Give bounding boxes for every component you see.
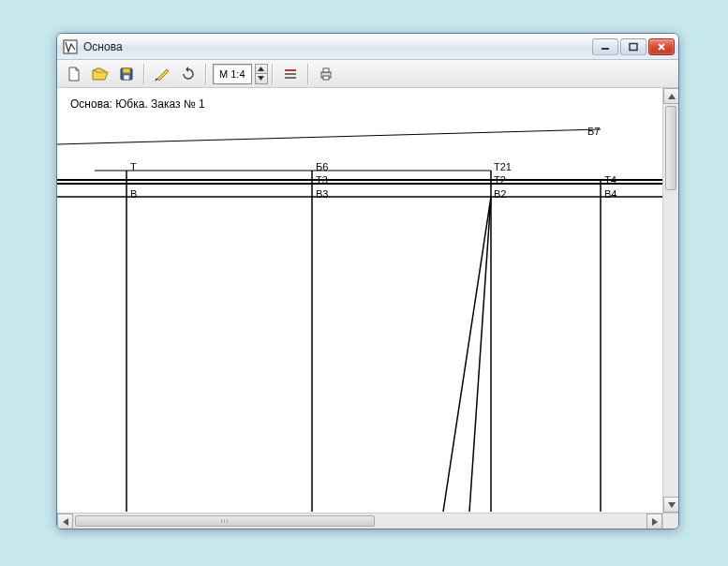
minimize-button[interactable] bbox=[592, 38, 618, 55]
save-button[interactable] bbox=[114, 63, 139, 85]
vscroll-thumb[interactable] bbox=[665, 106, 676, 190]
pattern-drawing bbox=[57, 88, 662, 512]
horizontal-scrollbar[interactable] bbox=[57, 513, 662, 529]
refresh-button[interactable] bbox=[176, 63, 201, 85]
app-window: Основа М bbox=[56, 33, 679, 529]
svg-rect-2 bbox=[630, 43, 637, 50]
titlebar[interactable]: Основа bbox=[57, 34, 678, 60]
label-t21: Т21 bbox=[494, 161, 512, 172]
scale-down-button[interactable] bbox=[255, 74, 268, 84]
print-button[interactable] bbox=[314, 63, 338, 85]
label-t3: Т3 bbox=[316, 174, 328, 186]
hscroll-track[interactable] bbox=[377, 514, 646, 529]
toolbar: М 1:4 bbox=[57, 60, 678, 88]
new-button[interactable] bbox=[62, 63, 86, 85]
content-area: Основа: Юбка. Заказ № 1 bbox=[57, 88, 678, 513]
app-icon bbox=[63, 39, 78, 54]
toolbar-separator bbox=[143, 64, 145, 84]
scale-spinner bbox=[255, 64, 268, 84]
scale-display[interactable]: М 1:4 bbox=[213, 64, 252, 84]
label-b7: Б7 bbox=[587, 126, 600, 137]
bottom-scroll-row bbox=[57, 513, 678, 529]
scroll-up-button[interactable] bbox=[663, 88, 678, 104]
brush-button[interactable] bbox=[150, 63, 174, 85]
close-button[interactable] bbox=[648, 38, 675, 55]
svg-rect-11 bbox=[323, 76, 329, 80]
scroll-right-button[interactable] bbox=[646, 514, 662, 529]
scroll-down-button[interactable] bbox=[663, 497, 678, 513]
label-t4: Т4 bbox=[604, 174, 617, 186]
svg-line-12 bbox=[57, 129, 601, 144]
label-v3: В3 bbox=[316, 188, 328, 200]
maximize-button[interactable] bbox=[620, 38, 646, 55]
layout-button[interactable] bbox=[278, 63, 303, 85]
drawing-canvas[interactable]: Основа: Юбка. Заказ № 1 bbox=[57, 88, 662, 513]
scale-up-button[interactable] bbox=[255, 64, 268, 74]
toolbar-separator bbox=[205, 64, 207, 84]
hscroll-thumb[interactable] bbox=[75, 515, 375, 527]
label-v4: В4 bbox=[604, 188, 617, 200]
scale-value: М 1:4 bbox=[219, 68, 245, 80]
window-title: Основа bbox=[83, 40, 592, 53]
label-t: Т bbox=[130, 161, 137, 172]
window-controls bbox=[592, 38, 675, 55]
label-v2: В2 bbox=[494, 188, 506, 200]
svg-rect-5 bbox=[124, 75, 129, 80]
label-t2: Т2 bbox=[494, 174, 506, 186]
svg-rect-10 bbox=[323, 68, 329, 72]
toolbar-separator bbox=[272, 64, 274, 84]
open-button[interactable] bbox=[88, 63, 112, 85]
scroll-left-button[interactable] bbox=[57, 514, 73, 529]
vscroll-track[interactable] bbox=[663, 192, 678, 497]
label-b6: Б6 bbox=[316, 161, 328, 172]
svg-rect-4 bbox=[123, 68, 130, 73]
vertical-scrollbar[interactable] bbox=[662, 88, 678, 513]
label-v: В bbox=[130, 188, 137, 200]
toolbar-separator bbox=[307, 64, 309, 84]
scroll-corner bbox=[662, 513, 678, 529]
